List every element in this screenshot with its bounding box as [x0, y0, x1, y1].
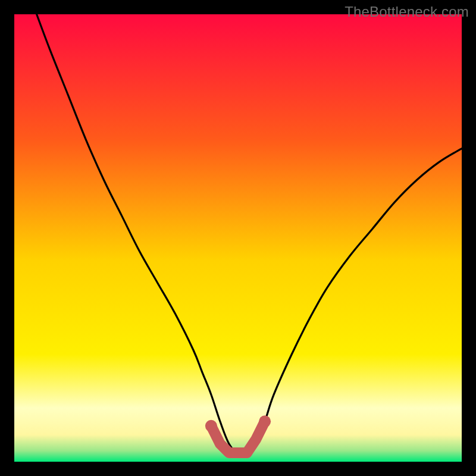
- watermark-text: TheBottleneck.com: [345, 4, 469, 20]
- marker-dot: [259, 415, 271, 427]
- marker-dot: [205, 420, 217, 432]
- plot-area: [14, 14, 462, 462]
- gradient-background: [14, 14, 462, 462]
- chart-frame: TheBottleneck.com: [0, 0, 476, 476]
- chart-svg: [14, 14, 462, 462]
